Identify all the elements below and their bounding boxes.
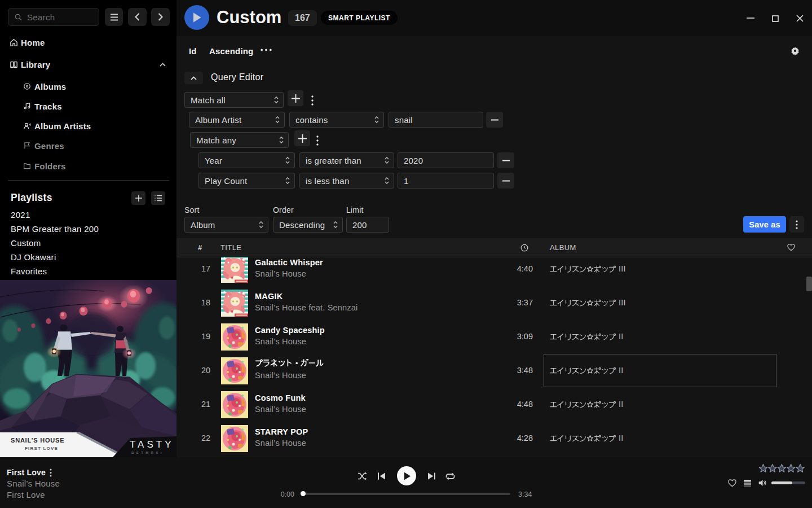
svg-text:TASTY: TASTY	[130, 439, 174, 450]
svg-text:FIRST LOVE: FIRST LOVE	[25, 446, 58, 451]
svg-text:BSTMRXI: BSTMRXI	[131, 451, 164, 454]
svg-text:SNAIL’S HOUSE: SNAIL’S HOUSE	[11, 437, 64, 444]
